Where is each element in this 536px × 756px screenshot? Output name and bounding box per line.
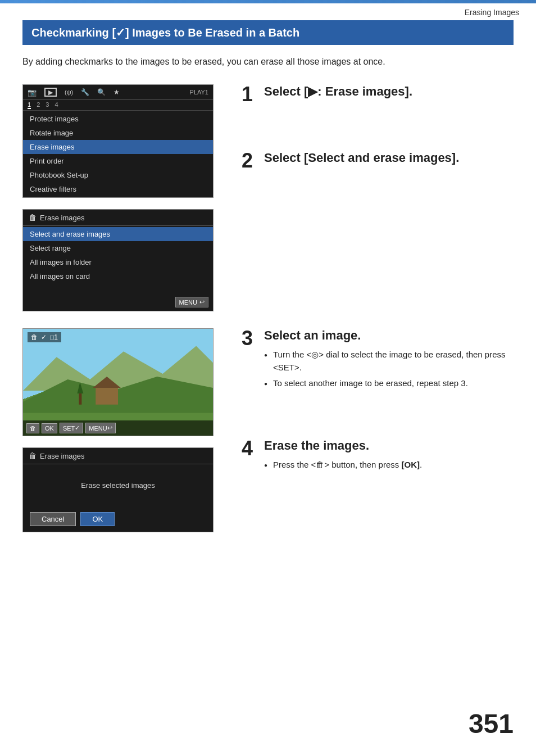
landscape-svg [23, 329, 213, 436]
erase-item-all-folder[interactable]: All images in folder [23, 255, 213, 269]
step-left-3-4: 🗑 ✓ □1 🗑 OK SET [22, 328, 225, 532]
frame-overlay: □1 [50, 333, 58, 341]
step4-title: Erase the images. [264, 438, 422, 453]
page-title-area: Erasing Images [465, 8, 519, 17]
camera-menu-step1: 📷 ▶ (ψ) 🔧 🔍 ★ PLAY1 1 2 3 4 [22, 84, 214, 198]
step-right-3-4: 3 Select an image. Turn the <◎> dial to … [242, 328, 514, 474]
menu-item-print[interactable]: Print order [23, 154, 213, 168]
erase-item-all-card[interactable]: All images on card [23, 269, 213, 283]
step4-content: Erase the images. Press the <🗑> button, … [264, 438, 422, 475]
search-icon2: 🔍 [97, 88, 106, 96]
play1-label: PLAY1 [190, 89, 208, 96]
menu-header: 📷 ▶ (ψ) 🔧 🔍 ★ PLAY1 [23, 85, 213, 100]
step-number-3: 3 [242, 328, 258, 348]
menu-items-step1: Protect images Rotate image Erase images… [23, 111, 213, 197]
step-row-1-2: 📷 ▶ (ψ) 🔧 🔍 ★ PLAY1 1 2 3 4 [22, 84, 514, 311]
set-bottom-btn[interactable]: SET ✓ [60, 423, 83, 433]
play-bracket-icon: ▶ [308, 84, 317, 98]
step-row-3-4: 🗑 ✓ □1 🗑 OK SET [22, 328, 514, 532]
tab-1: 1 [28, 101, 31, 109]
menu-item-creative[interactable]: Creative filters [23, 182, 213, 196]
menu-item-rotate[interactable]: Rotate image [23, 126, 213, 140]
menu-bottom-bar: MENU ↩ [23, 293, 213, 311]
trash-bottom-btn[interactable]: 🗑 [26, 423, 39, 433]
ok-label: OK [45, 425, 54, 432]
erase-menu-step2: 🗑 Erase images Select and erase images S… [22, 209, 214, 311]
step-number-2: 2 [242, 151, 258, 171]
step2-title: Select [Select and erase images]. [264, 151, 459, 165]
trash-overlay-icon: 🗑 [31, 333, 38, 341]
ok-bottom-btn[interactable]: OK [42, 423, 57, 433]
erase-item-select-range[interactable]: Select range [23, 241, 213, 255]
set-label: SET [63, 425, 75, 432]
trash-btn-icon: 🗑 [30, 425, 36, 432]
step4-bullet-1: Press the <🗑> button, then press [OK]. [264, 459, 422, 472]
menu-back-icon: ↩ [107, 424, 112, 432]
step-right-1-2: 1 Select [▶: Erase images]. 2 Select [Se… [242, 84, 514, 172]
step3-bullet-1: Turn the <◎> dial to select the image to… [264, 348, 514, 374]
erase-menu-items: Select and erase images Select range All… [23, 226, 213, 293]
step3-bullet-2: To select another image to be erased, re… [264, 377, 514, 390]
menu-bottom-btn[interactable]: MENU ↩ [85, 423, 115, 433]
svg-rect-3 [96, 388, 118, 405]
checkmark-overlay: ✓ [41, 333, 47, 341]
step2-content: Select [Select and erase images]. [264, 151, 459, 171]
erase-confirm-title: 🗑 Erase images [23, 448, 213, 464]
set-check-icon: ✓ [75, 424, 80, 432]
trash-icon-dialog: 🗑 [29, 451, 37, 460]
menu-item-photobook[interactable]: Photobook Set-up [23, 168, 213, 182]
ok-button[interactable]: OK [80, 512, 115, 526]
erase-item-select-and-erase[interactable]: Select and erase images [23, 227, 213, 241]
menu-back-btn[interactable]: MENU ↩ [175, 297, 208, 307]
step3-title: Select an image. [264, 328, 514, 343]
tab-4: 4 [54, 101, 58, 109]
ok-inline: [OK] [401, 460, 420, 469]
svg-rect-5 [79, 393, 81, 405]
erase-menu-title: 🗑 Erase images [23, 210, 213, 226]
star-icon: ★ [113, 88, 120, 96]
page-number: 351 [469, 708, 514, 739]
step3-desc: 3 Select an image. Turn the <◎> dial to … [242, 328, 514, 393]
wrench-icon: 🔧 [81, 88, 89, 96]
step-left-1-2: 📷 ▶ (ψ) 🔧 🔍 ★ PLAY1 1 2 3 4 [22, 84, 225, 311]
menu-bottom-label: MENU [89, 425, 107, 432]
back-arrow-icon: ↩ [199, 298, 205, 306]
trash-icon-menu: 🗑 [29, 213, 37, 222]
play-icon: ▶ [44, 88, 57, 97]
menu-item-protect[interactable]: Protect images [23, 112, 213, 126]
menu-item-erase[interactable]: Erase images [23, 140, 213, 154]
section-heading: Checkmarking [✓] Images to Be Erased in … [22, 20, 514, 45]
tab-2: 2 [37, 101, 40, 109]
step3-content: Select an image. Turn the <◎> dial to se… [264, 328, 514, 393]
step3-bullets: Turn the <◎> dial to select the image to… [264, 348, 514, 390]
step1-content: Select [▶: Erase images]. [264, 84, 412, 105]
tab-3: 3 [46, 101, 49, 109]
step1-desc: 1 Select [▶: Erase images]. [242, 84, 514, 106]
wireless-icon: (ψ) [65, 89, 73, 96]
step1-title: Select [▶: Erase images]. [264, 84, 412, 99]
step-number-4: 4 [242, 438, 258, 459]
image-preview-container: 🗑 ✓ □1 🗑 OK SET [22, 328, 214, 436]
erase-confirm-buttons: Cancel OK [23, 506, 213, 532]
cancel-button[interactable]: Cancel [30, 512, 76, 526]
main-content: Checkmarking [✓] Images to Be Erased in … [0, 3, 536, 555]
step-number-1: 1 [242, 84, 258, 105]
camera-icon: 📷 [28, 88, 37, 97]
erase-confirm-dialog: 🗑 Erase images Erase selected images Can… [22, 447, 214, 532]
intro-text: By adding checkmarks to the images to be… [22, 55, 514, 69]
image-overlay-top: 🗑 ✓ □1 [28, 332, 61, 342]
step4-bullets: Press the <🗑> button, then press [OK]. [264, 459, 422, 472]
image-preview: 🗑 ✓ □1 [23, 329, 213, 436]
menu-label: MENU [179, 299, 197, 306]
page-section-title: Erasing Images [465, 8, 519, 17]
erase-confirm-body: Erase selected images [23, 464, 213, 506]
step2-desc: 2 Select [Select and erase images]. [242, 151, 514, 172]
steps-container: 📷 ▶ (ψ) 🔧 🔍 ★ PLAY1 1 2 3 4 [22, 84, 514, 532]
step4-desc: 4 Erase the images. Press the <🗑> button… [242, 438, 514, 475]
image-overlay-bottom: 🗑 OK SET ✓ MENU ↩ [23, 420, 213, 436]
